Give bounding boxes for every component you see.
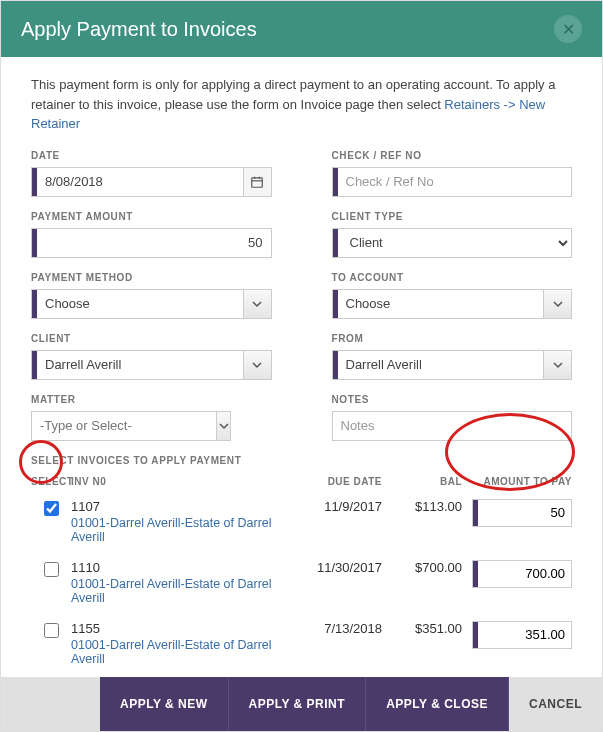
close-icon: ✕ — [562, 20, 575, 39]
chevron-down-icon — [252, 360, 262, 370]
invoice-desc-link[interactable]: 01001-Darrel Averill-Estate of Darrel Av… — [71, 516, 292, 544]
apply-close-button[interactable]: APPLY & CLOSE — [366, 677, 509, 731]
notes-wrap — [332, 411, 573, 441]
amount-to-pay-input[interactable] — [478, 561, 571, 587]
cancel-button[interactable]: CANCEL — [509, 677, 602, 731]
calendar-button[interactable] — [243, 168, 271, 196]
invoice-number: 1107 — [71, 499, 292, 514]
invoice-table-head: SELECT INV N0 DUE DATE BAL AMOUNT TO PAY — [31, 472, 572, 491]
invoice-checkbox[interactable] — [44, 562, 59, 577]
from-label: FROM — [332, 333, 573, 344]
client-select[interactable] — [37, 351, 243, 379]
calendar-icon — [250, 175, 264, 189]
payment-method-dropdown[interactable] — [243, 290, 271, 318]
invoice-due: 11/9/2017 — [292, 499, 382, 514]
col-head-select: SELECT — [31, 476, 71, 487]
date-label: DATE — [31, 150, 272, 161]
payment-method-label: PAYMENT METHOD — [31, 272, 272, 283]
from-select[interactable] — [338, 351, 544, 379]
to-account-dropdown[interactable] — [543, 290, 571, 318]
check-ref-wrap — [332, 167, 573, 197]
col-head-inv: INV N0 — [71, 476, 292, 487]
invoice-balance: $700.00 — [382, 560, 462, 575]
payment-amount-label: PAYMENT AMOUNT — [31, 211, 272, 222]
invoice-number: 1110 — [71, 560, 292, 575]
chevron-down-icon — [252, 299, 262, 309]
invoice-number: 1155 — [71, 621, 292, 636]
from-wrap — [332, 350, 573, 380]
notes-input[interactable] — [333, 412, 572, 440]
client-type-wrap: Client — [332, 228, 573, 258]
amount-to-pay-wrap — [472, 560, 572, 588]
invoices-section-label: SELECT INVOICES TO APPLY PAYMENT — [31, 455, 572, 466]
payment-method-select[interactable] — [37, 290, 243, 318]
to-account-select[interactable] — [338, 290, 544, 318]
apply-print-button[interactable]: APPLY & PRINT — [229, 677, 367, 731]
modal-header: Apply Payment to Invoices ✕ — [1, 1, 602, 57]
to-account-label: TO ACCOUNT — [332, 272, 573, 283]
invoice-row: 1155 01001-Darrel Averill-Estate of Darr… — [31, 613, 572, 674]
invoice-rows: 1107 01001-Darrel Averill-Estate of Darr… — [31, 491, 572, 678]
col-head-amt: AMOUNT TO PAY — [462, 476, 572, 487]
svg-rect-0 — [252, 177, 263, 186]
modal-body: This payment form is only for applying a… — [1, 57, 602, 677]
col-head-bal: BAL — [382, 476, 462, 487]
check-ref-input[interactable] — [338, 168, 572, 196]
invoice-row: 1107 01001-Darrel Averill-Estate of Darr… — [31, 491, 572, 552]
apply-new-button[interactable]: APPLY & NEW — [100, 677, 229, 731]
invoice-due: 7/13/2018 — [292, 621, 382, 636]
client-type-label: CLIENT TYPE — [332, 211, 573, 222]
modal-footer: APPLY & NEW APPLY & PRINT APPLY & CLOSE … — [1, 677, 602, 731]
client-wrap — [31, 350, 272, 380]
invoice-desc-link[interactable]: 01001-Darrel Averill-Estate of Darrel Av… — [71, 577, 292, 605]
payment-amount-wrap — [31, 228, 272, 258]
modal-title: Apply Payment to Invoices — [21, 18, 257, 41]
matter-wrap — [31, 411, 231, 441]
payment-method-wrap — [31, 289, 272, 319]
chevron-down-icon — [553, 299, 563, 309]
invoice-due: 11/30/2017 — [292, 560, 382, 575]
close-button[interactable]: ✕ — [554, 15, 582, 43]
invoice-balance: $113.00 — [382, 499, 462, 514]
client-dropdown[interactable] — [243, 351, 271, 379]
from-dropdown[interactable] — [543, 351, 571, 379]
payment-amount-input[interactable] — [37, 229, 271, 257]
invoice-desc-link[interactable]: 01001-Darrel Averill-Estate of Darrel Av… — [71, 638, 292, 666]
matter-select[interactable] — [32, 412, 216, 440]
amount-to-pay-input[interactable] — [478, 500, 571, 526]
invoice-checkbox[interactable] — [44, 501, 59, 516]
matter-dropdown[interactable] — [216, 412, 230, 440]
amount-to-pay-wrap — [472, 621, 572, 649]
amount-to-pay-input[interactable] — [478, 622, 571, 648]
payment-modal: Apply Payment to Invoices ✕ This payment… — [0, 0, 603, 732]
invoice-balance: $351.00 — [382, 621, 462, 636]
check-ref-label: CHECK / REF NO — [332, 150, 573, 161]
col-head-due: DUE DATE — [292, 476, 382, 487]
chevron-down-icon — [553, 360, 563, 370]
client-label: CLIENT — [31, 333, 272, 344]
date-input-wrap — [31, 167, 272, 197]
amount-to-pay-wrap — [472, 499, 572, 527]
notes-label: NOTES — [332, 394, 573, 405]
info-text: This payment form is only for applying a… — [31, 75, 572, 134]
invoice-row: 1110 01001-Darrel Averill-Estate of Darr… — [31, 552, 572, 613]
to-account-wrap — [332, 289, 573, 319]
date-input[interactable] — [37, 168, 243, 196]
chevron-down-icon — [219, 421, 229, 431]
invoice-checkbox[interactable] — [44, 623, 59, 638]
client-type-select[interactable]: Client — [338, 229, 572, 257]
matter-label: MATTER — [31, 394, 272, 405]
